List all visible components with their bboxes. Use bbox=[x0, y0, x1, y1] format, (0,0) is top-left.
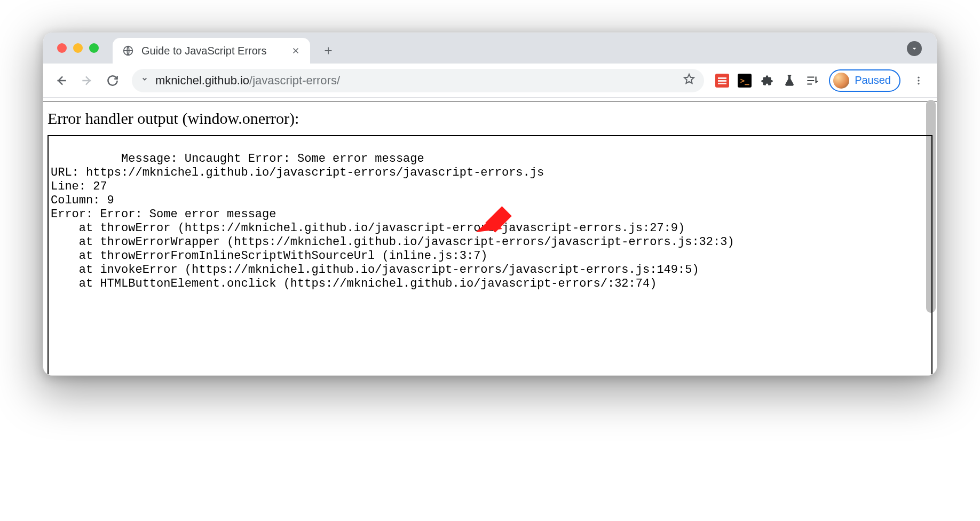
section-heading: Error handler output (window.onerror): bbox=[43, 107, 937, 135]
url-host: mknichel.github.io bbox=[155, 74, 249, 87]
extension-icons: >_ bbox=[713, 73, 821, 88]
tab-strip: Guide to JavaScript Errors bbox=[43, 33, 937, 64]
reading-list-icon[interactable] bbox=[804, 73, 819, 88]
url-path: /javascript-errors/ bbox=[249, 74, 340, 87]
new-tab-button[interactable] bbox=[318, 40, 339, 61]
globe-icon bbox=[122, 45, 134, 57]
svg-point-1 bbox=[918, 76, 919, 78]
error-output-box: Message: Uncaught Error: Some error mess… bbox=[48, 135, 932, 375]
profile-chip[interactable]: Paused bbox=[829, 69, 900, 92]
extensions-puzzle-icon[interactable] bbox=[760, 73, 774, 88]
back-button[interactable] bbox=[51, 70, 72, 91]
avatar bbox=[833, 73, 849, 89]
tab-search-button[interactable] bbox=[907, 41, 922, 56]
extension-icon-1[interactable] bbox=[715, 73, 730, 88]
extension-icon-2[interactable]: >_ bbox=[737, 73, 752, 88]
divider bbox=[43, 101, 937, 102]
window-close-button[interactable] bbox=[57, 43, 67, 53]
svg-point-3 bbox=[918, 83, 919, 84]
labs-flask-icon[interactable] bbox=[782, 73, 797, 88]
browser-tab[interactable]: Guide to JavaScript Errors bbox=[113, 38, 310, 64]
site-info-button[interactable] bbox=[139, 74, 150, 88]
close-icon[interactable] bbox=[291, 46, 301, 56]
error-output-text: Message: Uncaught Error: Some error mess… bbox=[51, 152, 734, 290]
svg-point-2 bbox=[918, 80, 919, 81]
browser-window: Guide to JavaScript Errors bbox=[43, 32, 937, 376]
window-minimize-button[interactable] bbox=[73, 43, 83, 53]
page-content: Error handler output (window.onerror): M… bbox=[43, 98, 937, 375]
bookmark-star-icon[interactable] bbox=[683, 73, 696, 89]
reload-button[interactable] bbox=[102, 70, 123, 91]
address-bar[interactable]: mknichel.github.io/javascript-errors/ bbox=[132, 69, 704, 92]
kebab-menu-button[interactable] bbox=[908, 70, 929, 91]
window-controls bbox=[43, 33, 109, 64]
window-zoom-button[interactable] bbox=[89, 43, 99, 53]
profile-status-label: Paused bbox=[855, 74, 891, 86]
toolbar: mknichel.github.io/javascript-errors/ >_ bbox=[43, 64, 937, 98]
tab-title: Guide to JavaScript Errors bbox=[141, 45, 283, 57]
forward-button[interactable] bbox=[76, 70, 98, 91]
url-text: mknichel.github.io/javascript-errors/ bbox=[155, 74, 677, 88]
